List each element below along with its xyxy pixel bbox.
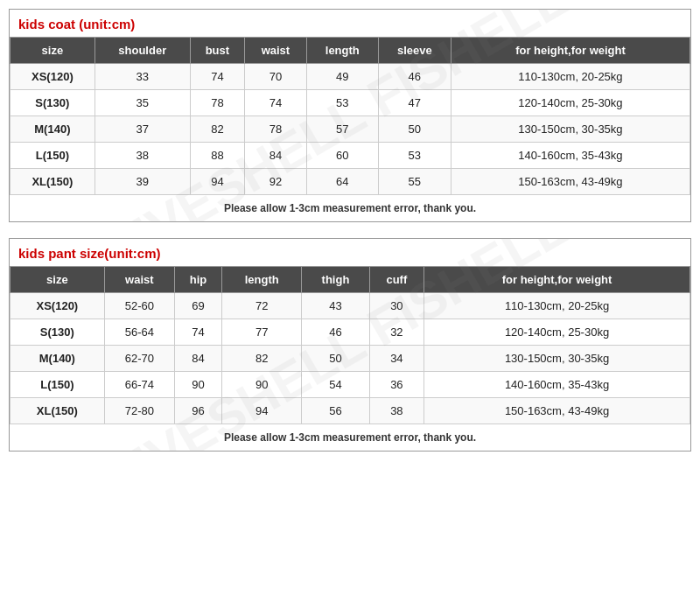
coat-cell: 140-160cm, 35-43kg [451,143,690,169]
coat-cell: 47 [378,90,451,116]
pant-cell: 30 [369,293,424,319]
pant-cell: 56-64 [104,319,174,346]
pant-cell: 74 [174,319,221,346]
pant-section: IVESHELL FISHELL kids pant size(unit:cm)… [9,238,691,452]
pant-header-cuff: cuff [369,267,424,293]
coat-cell: 35 [94,90,190,116]
pant-cell: 120-140cm, 25-30kg [424,319,690,346]
pant-cell: 72-80 [104,398,174,424]
coat-cell: 50 [378,116,451,143]
coat-note-row: Please allow 1-3cm measurement error, th… [10,195,690,222]
pant-cell: 32 [369,319,424,346]
coat-cell: 38 [94,143,190,169]
coat-cell: 74 [245,90,307,116]
pant-cell: 52-60 [104,293,174,319]
pant-cell: 94 [222,398,302,424]
coat-header-waist: waist [245,38,307,64]
pant-cell: L(150) [10,372,105,398]
pant-cell: M(140) [10,346,105,372]
pant-header-row: sizewaisthiplengththighcufffor height,fo… [10,267,690,293]
table-row: XS(120)52-6069724330110-130cm, 20-25kg [10,293,690,319]
pant-cell: 66-74 [104,372,174,398]
coat-cell: 92 [245,169,307,195]
pant-cell: 90 [174,372,221,398]
coat-cell: 33 [94,64,190,90]
coat-cell: L(150) [10,143,95,169]
pant-cell: 54 [302,372,369,398]
coat-title: kids coat (unit:cm) [10,10,690,37]
pant-cell: 38 [369,398,424,424]
coat-cell: 55 [378,169,451,195]
coat-cell: 84 [245,143,307,169]
coat-section: IVESHELL FISHELL kids coat (unit:cm) siz… [9,9,691,222]
coat-cell: 94 [190,169,244,195]
coat-cell: 78 [190,90,244,116]
pant-cell: 69 [174,293,221,319]
coat-header-row: sizeshoulderbustwaistlengthsleevefor hei… [10,38,690,64]
table-row: L(150)66-7490905436140-160cm, 35-43kg [10,372,690,398]
pant-cell: XL(150) [10,398,105,424]
table-row: M(140)62-7084825034130-150cm, 30-35kg [10,346,690,372]
coat-cell: XS(120) [10,64,95,90]
coat-note: Please allow 1-3cm measurement error, th… [10,195,690,222]
pant-header-size: size [10,267,105,293]
coat-cell: 49 [306,64,378,90]
coat-cell: 39 [94,169,190,195]
pant-cell: 84 [174,346,221,372]
pant-header-length: length [222,267,302,293]
coat-cell: 120-140cm, 25-30kg [451,90,690,116]
coat-cell: 60 [306,143,378,169]
pant-cell: 34 [369,346,424,372]
pant-cell: 50 [302,346,369,372]
pant-cell: 46 [302,319,369,346]
table-row: XL(150)72-8096945638150-163cm, 43-49kg [10,398,690,424]
coat-header-for-height-for-weight: for height,for weight [451,38,690,64]
table-row: XS(120)3374704946110-130cm, 20-25kg [10,64,690,90]
pant-cell: 43 [302,293,369,319]
pant-header-hip: hip [174,267,221,293]
table-row: S(130)3578745347120-140cm, 25-30kg [10,90,690,116]
pant-title: kids pant size(unit:cm) [10,239,690,266]
pant-cell: 130-150cm, 30-35kg [424,346,690,372]
coat-cell: XL(150) [10,169,95,195]
pant-header-thigh: thigh [302,267,369,293]
coat-table: sizeshoulderbustwaistlengthsleevefor hei… [10,37,690,221]
pant-cell: 110-130cm, 20-25kg [424,293,690,319]
pant-header-for-height-for-weight: for height,for weight [424,267,690,293]
pant-cell: 140-160cm, 35-43kg [424,372,690,398]
pant-cell: 77 [222,319,302,346]
pant-note-row: Please allow 1-3cm measurement error, th… [10,424,690,452]
table-row: L(150)3888846053140-160cm, 35-43kg [10,143,690,169]
coat-cell: 64 [306,169,378,195]
coat-cell: 57 [306,116,378,143]
pant-cell: 56 [302,398,369,424]
pant-cell: 150-163cm, 43-49kg [424,398,690,424]
table-row: M(140)3782785750130-150cm, 30-35kg [10,116,690,143]
coat-cell: 78 [245,116,307,143]
pant-table: sizewaisthiplengththighcufffor height,fo… [10,266,690,451]
coat-cell: 46 [378,64,451,90]
pant-cell: 90 [222,372,302,398]
pant-cell: XS(120) [10,293,105,319]
pant-cell: 62-70 [104,346,174,372]
coat-cell: 88 [190,143,244,169]
coat-cell: 82 [190,116,244,143]
coat-header-size: size [10,38,95,64]
pant-cell: 72 [222,293,302,319]
coat-cell: 110-130cm, 20-25kg [451,64,690,90]
pant-cell: 36 [369,372,424,398]
pant-cell: 82 [222,346,302,372]
coat-cell: M(140) [10,116,95,143]
table-row: XL(150)3994926455150-163cm, 43-49kg [10,169,690,195]
coat-cell: 70 [245,64,307,90]
pant-note: Please allow 1-3cm measurement error, th… [10,424,690,452]
coat-cell: 37 [94,116,190,143]
coat-header-length: length [306,38,378,64]
pant-cell: 96 [174,398,221,424]
coat-cell: 53 [378,143,451,169]
coat-cell: 53 [306,90,378,116]
table-row: S(130)56-6474774632120-140cm, 25-30kg [10,319,690,346]
coat-cell: 150-163cm, 43-49kg [451,169,690,195]
coat-cell: S(130) [10,90,95,116]
coat-header-sleeve: sleeve [378,38,451,64]
